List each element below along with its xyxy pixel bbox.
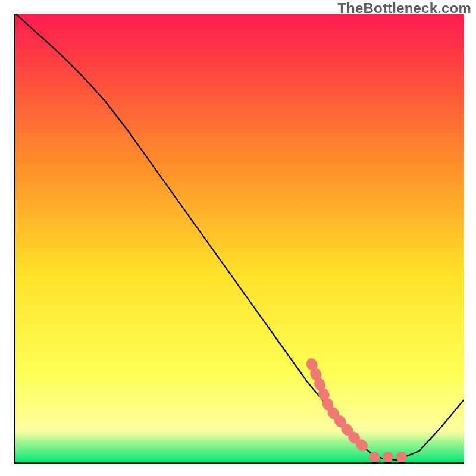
marker-dot	[396, 452, 406, 462]
heat-gradient-bg	[15, 14, 464, 462]
marker-dot	[383, 452, 393, 462]
chart-frame: TheBottleneck.com	[0, 0, 476, 476]
marker-dot	[369, 452, 380, 462]
bottleneck-chart	[15, 14, 464, 462]
plot-area	[14, 14, 464, 464]
